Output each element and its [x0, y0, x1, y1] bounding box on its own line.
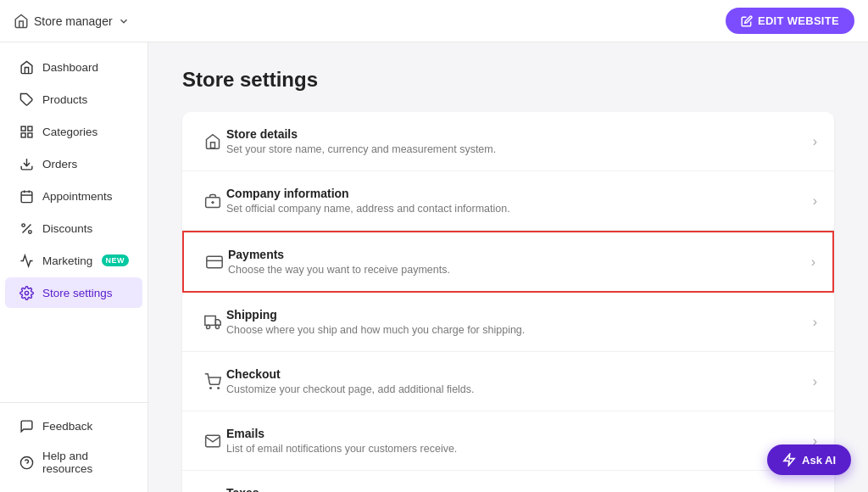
chevron-right-icon: ›	[813, 134, 817, 149]
sidebar-item-appointments[interactable]: Appointments	[5, 181, 142, 211]
svg-point-26	[210, 387, 212, 389]
ai-icon	[782, 453, 796, 467]
edit-icon	[741, 15, 753, 27]
edit-website-button[interactable]: EDIT WEBSITE	[726, 8, 854, 34]
calendar-icon	[19, 188, 34, 204]
setting-text: Shipping Choose where you ship and how m…	[226, 308, 813, 336]
svg-marker-30	[784, 454, 794, 465]
store-icon	[14, 14, 29, 29]
setting-text: Checkout Customize your checkout page, a…	[226, 367, 813, 395]
percent-icon	[19, 221, 34, 236]
svg-point-11	[21, 223, 25, 226]
svg-point-13	[25, 291, 28, 294]
setting-item-taxes[interactable]: Taxes Manage how your business collects …	[182, 471, 834, 492]
setting-item-emails[interactable]: Emails List of email notifications your …	[182, 411, 834, 471]
sidebar-item-label: Marketing	[42, 254, 93, 267]
setting-desc: Choose the way you want to receive payme…	[228, 264, 811, 276]
setting-item-checkout[interactable]: Checkout Customize your checkout page, a…	[182, 352, 834, 411]
setting-title: Shipping	[226, 308, 813, 321]
setting-item-company-info[interactable]: Company information Set official company…	[182, 171, 834, 231]
grid-icon	[19, 124, 34, 139]
sidebar-item-label: Appointments	[42, 190, 129, 203]
sidebar-item-label: Products	[42, 93, 129, 106]
shipping-icon	[199, 314, 226, 331]
setting-title: Payments	[228, 248, 811, 261]
chart-icon	[19, 253, 34, 268]
svg-rect-4	[27, 132, 31, 137]
setting-desc: Set official company name, address and c…	[226, 203, 813, 215]
ask-ai-label: Ask AI	[802, 454, 836, 467]
chevron-right-icon: ›	[811, 254, 815, 270]
layout: Dashboard Products Categories Orders	[0, 42, 868, 492]
setting-text: Emails List of email notifications your …	[226, 427, 813, 455]
circle-question-icon	[19, 455, 34, 470]
setting-title: Taxes	[226, 486, 813, 492]
svg-rect-20	[207, 256, 222, 267]
new-badge: NEW	[102, 254, 130, 266]
envelope-icon	[199, 433, 226, 450]
setting-title: Company information	[226, 187, 813, 200]
setting-text: Company information Set official company…	[226, 187, 813, 215]
sidebar-item-label: Dashboard	[42, 61, 129, 74]
svg-point-25	[215, 325, 219, 328]
sidebar-item-marketing[interactable]: Marketing NEW	[5, 245, 142, 276]
main-content: Store settings Store details Set your st…	[148, 42, 868, 492]
svg-rect-22	[205, 316, 216, 325]
sidebar-item-label: Help and resources	[42, 450, 129, 475]
edit-website-label: EDIT WEBSITE	[758, 14, 839, 27]
home-icon	[19, 59, 34, 75]
setting-item-payments[interactable]: Payments Choose the way you want to rece…	[182, 231, 834, 293]
svg-point-27	[218, 387, 220, 389]
chevron-right-icon: ›	[813, 315, 817, 330]
setting-item-shipping[interactable]: Shipping Choose where you ship and how m…	[182, 293, 834, 352]
sidebar-item-discounts[interactable]: Discounts	[5, 213, 142, 243]
svg-rect-1	[21, 126, 25, 131]
sidebar-item-store-settings[interactable]: Store settings	[5, 277, 142, 308]
store-manager-menu[interactable]: Store manager	[14, 14, 130, 29]
checkout-icon	[199, 373, 226, 390]
setting-desc: List of email notifications your custome…	[226, 443, 813, 455]
svg-point-24	[207, 325, 210, 328]
svg-point-12	[28, 230, 31, 233]
setting-desc: Customize your checkout page, add additi…	[226, 383, 813, 395]
setting-desc: Choose where you ship and how much you c…	[226, 324, 813, 336]
sidebar-item-categories[interactable]: Categories	[5, 116, 142, 147]
sidebar-item-orders[interactable]: Orders	[5, 148, 142, 179]
sidebar-item-products[interactable]: Products	[5, 84, 142, 115]
credit-card-icon	[201, 254, 228, 271]
sidebar-item-label: Discounts	[42, 222, 129, 235]
sidebar-item-label: Orders	[42, 158, 129, 171]
setting-title: Emails	[226, 427, 813, 440]
setting-text: Taxes Manage how your business collects …	[226, 486, 813, 492]
svg-line-10	[22, 224, 31, 232]
setting-text: Store details Set your store name, curre…	[226, 127, 813, 155]
sidebar-item-label: Feedback	[42, 420, 129, 433]
gear-icon	[19, 285, 34, 300]
setting-desc: Set your store name, currency and measur…	[226, 143, 813, 155]
settings-card: Store details Set your store name, curre…	[182, 112, 834, 492]
svg-rect-3	[21, 132, 25, 137]
sidebar-item-help[interactable]: Help and resources	[5, 442, 142, 483]
svg-rect-6	[21, 191, 32, 202]
ask-ai-button[interactable]: Ask AI	[767, 444, 851, 475]
tag-icon	[19, 92, 34, 107]
chevron-right-icon: ›	[813, 374, 817, 389]
topbar: Store manager EDIT WEBSITE	[0, 0, 868, 42]
setting-text: Payments Choose the way you want to rece…	[228, 248, 811, 276]
setting-item-store-details[interactable]: Store details Set your store name, curre…	[182, 112, 834, 171]
sidebar-item-feedback[interactable]: Feedback	[5, 411, 142, 441]
svg-rect-2	[27, 126, 31, 131]
chevron-down-icon	[118, 15, 130, 27]
download-icon	[19, 156, 34, 171]
setting-title: Store details	[226, 127, 813, 141]
sidebar-item-dashboard[interactable]: Dashboard	[5, 52, 142, 82]
svg-rect-16	[211, 142, 215, 148]
page-title: Store settings	[182, 68, 834, 92]
store-manager-label: Store manager	[34, 14, 113, 28]
message-icon	[19, 418, 34, 433]
store-details-icon	[199, 133, 226, 150]
company-info-icon	[199, 193, 226, 210]
sidebar: Dashboard Products Categories Orders	[0, 42, 148, 492]
chevron-right-icon: ›	[813, 193, 817, 209]
svg-marker-23	[215, 319, 220, 325]
